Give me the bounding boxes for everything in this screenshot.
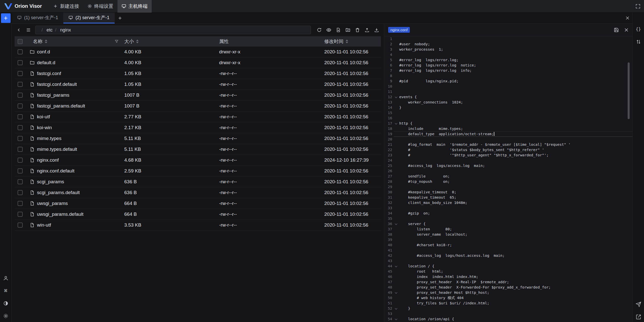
delete-trash-icon[interactable]: [354, 26, 361, 34]
row-checkbox[interactable]: [18, 158, 23, 163]
file-name[interactable]: uwsgi_params: [37, 201, 68, 206]
code-line[interactable]: 42 #access_log logs/host.access.log main…: [384, 253, 632, 258]
row-checkbox[interactable]: [18, 60, 23, 65]
code-line[interactable]: 40 #charset koi8-r;: [384, 242, 632, 248]
table-row[interactable]: mime.types 5.11 KB -rw-r--r-- 2020-11-01…: [15, 133, 381, 144]
code-line[interactable]: 28 #tcp_nopush on;: [384, 179, 632, 184]
settings-gear-icon[interactable]: [3, 313, 9, 319]
editor-close-icon[interactable]: [621, 24, 631, 36]
table-row[interactable]: fastcgi_params.default 1007 B -rw-r--r--…: [15, 101, 381, 112]
code-line[interactable]: 33: [384, 205, 632, 211]
code-line[interactable]: 26: [384, 168, 632, 174]
code-line[interactable]: 22 # '$status $body_bytes_sent "$http_re…: [384, 147, 632, 153]
code-line[interactable]: 54 location /orion/api {: [384, 316, 632, 322]
row-checkbox[interactable]: [18, 190, 23, 195]
breadcrumb-item[interactable]: etc: [47, 27, 53, 32]
fold-chevron-icon[interactable]: [395, 318, 397, 320]
file-name[interactable]: fastcgi_params.default: [37, 103, 85, 109]
file-name[interactable]: scgi_params: [37, 179, 64, 185]
file-name[interactable]: win-utf: [37, 222, 51, 228]
code-line[interactable]: 2 #user nobody;: [384, 42, 632, 47]
host-terminal-nav[interactable]: 主机终端: [117, 0, 152, 13]
sort-icon[interactable]: [346, 40, 348, 43]
code-line[interactable]: 14 }: [384, 105, 632, 110]
code-editor-braces-icon[interactable]: {}: [635, 26, 641, 32]
code-line[interactable]: 30 #keepalive_timeout 0;: [384, 190, 632, 195]
code-line[interactable]: 4: [384, 52, 632, 57]
code-line[interactable]: 38 server_name localhost;: [384, 232, 632, 237]
table-row[interactable]: uwsgi_params.default 664 B -rw-r--r-- 20…: [15, 209, 381, 220]
file-name[interactable]: fastcgi.conf: [37, 71, 61, 76]
code-line[interactable]: 15: [384, 110, 632, 116]
code-line[interactable]: 47 proxy_set_header X-Real-IP $remote_ad…: [384, 279, 632, 285]
code-line[interactable]: 5 #error_log logs/error.log;: [384, 57, 632, 63]
code-line[interactable]: 10: [384, 84, 632, 89]
file-name[interactable]: fastcgi_params: [37, 92, 69, 98]
code-line[interactable]: 6 #error_log logs/error.log notice;: [384, 63, 632, 68]
transfer-list-icon[interactable]: [635, 39, 641, 45]
row-checkbox[interactable]: [18, 82, 23, 87]
editor-scrollbar[interactable]: [628, 62, 630, 119]
file-name[interactable]: nginx.conf: [37, 157, 59, 163]
fold-chevron-icon[interactable]: [395, 265, 397, 267]
table-row[interactable]: conf.d 4.00 KB drwxr-xr-x 2020-11-01 10:…: [15, 47, 381, 57]
code-line[interactable]: 20: [384, 137, 632, 142]
sort-icon[interactable]: [45, 40, 47, 43]
column-header-size[interactable]: 大小: [124, 38, 134, 45]
new-folder-icon[interactable]: [344, 26, 352, 34]
code-line[interactable]: 19 default_type application/octet-stream…: [384, 131, 632, 137]
code-line[interactable]: 1: [384, 36, 632, 42]
code-line[interactable]: 31 keepalive_timeout 65;: [384, 195, 632, 200]
code-line[interactable]: 35: [384, 216, 632, 221]
code-line[interactable]: 12 events {: [384, 94, 632, 100]
file-name[interactable]: koi-utf: [37, 114, 50, 120]
row-checkbox[interactable]: [18, 103, 23, 109]
fold-chevron-icon[interactable]: [395, 223, 397, 225]
code-line[interactable]: 46 index index.html index.htm;: [384, 274, 632, 279]
code-line[interactable]: 32 client_max_body_size 1048m;: [384, 200, 632, 205]
fold-chevron-icon[interactable]: [395, 96, 397, 98]
code-line[interactable]: 36 server {: [384, 221, 632, 227]
code-line[interactable]: 24: [384, 158, 632, 163]
code-line[interactable]: 51 try_files $uri $uri/ /index.html;: [384, 301, 632, 306]
code-line[interactable]: 48 proxy_set_header X-Forwarded-For $pro…: [384, 285, 632, 290]
code-line[interactable]: 11: [384, 89, 632, 94]
column-header-mtime[interactable]: 修改时间: [324, 38, 343, 45]
terminal-settings-nav[interactable]: 终端设置: [83, 0, 117, 13]
file-name[interactable]: uwsgi_params.default: [37, 211, 84, 217]
file-name[interactable]: mime.types: [37, 136, 61, 141]
row-checkbox[interactable]: [18, 201, 23, 206]
code-line[interactable]: 17 http {: [384, 121, 632, 126]
select-all-checkbox[interactable]: [18, 39, 23, 44]
path-breadcrumb-input[interactable]: / etc / nginx: [35, 26, 311, 34]
code-line[interactable]: 23 # '"$http_user_agent" "$http_x_forwar…: [384, 153, 632, 158]
filter-icon[interactable]: [114, 39, 119, 44]
table-row[interactable]: fastcgi.conf 1.05 KB -rw-r--r-- 2020-11-…: [15, 68, 381, 79]
new-tab-primary-button[interactable]: [1, 13, 11, 23]
file-name[interactable]: nginx.conf.default: [37, 168, 74, 174]
code-line[interactable]: 3 worker_processes 1;: [384, 47, 632, 52]
breadcrumb-item[interactable]: nginx: [60, 27, 71, 32]
row-checkbox[interactable]: [18, 114, 23, 119]
code-line[interactable]: 16: [384, 116, 632, 121]
code-line[interactable]: 41: [384, 248, 632, 253]
download-icon[interactable]: [373, 26, 380, 34]
row-checkbox[interactable]: [18, 125, 23, 130]
table-row[interactable]: koi-utf 2.77 KB -rw-r--r-- 2020-11-01 10…: [15, 112, 381, 122]
fullscreen-icon[interactable]: [632, 0, 644, 13]
sort-icon[interactable]: [136, 40, 139, 43]
row-checkbox[interactable]: [18, 93, 23, 98]
table-row[interactable]: default.d 4.00 KB drwxr-xr-x 2020-11-01 …: [15, 57, 381, 68]
table-row[interactable]: fastcgi_params 1007 B -rw-r--r-- 2020-11…: [15, 90, 381, 101]
row-checkbox[interactable]: [18, 49, 23, 54]
fold-chevron-icon[interactable]: [395, 307, 397, 310]
new-connection-nav[interactable]: 新建连接: [49, 0, 83, 13]
column-header-name[interactable]: 名称: [33, 38, 43, 45]
row-checkbox[interactable]: [18, 136, 23, 141]
table-row[interactable]: koi-win 2.17 KB -rw-r--r-- 2020-11-01 10…: [15, 122, 381, 133]
fold-chevron-icon[interactable]: [395, 122, 397, 125]
code-line[interactable]: 9 #pid logs/nginx.pid;: [384, 79, 632, 84]
back-icon[interactable]: [15, 26, 23, 34]
code-line[interactable]: 49 proxy_set_header Host $http_host;: [384, 290, 632, 295]
row-checkbox[interactable]: [18, 147, 23, 152]
